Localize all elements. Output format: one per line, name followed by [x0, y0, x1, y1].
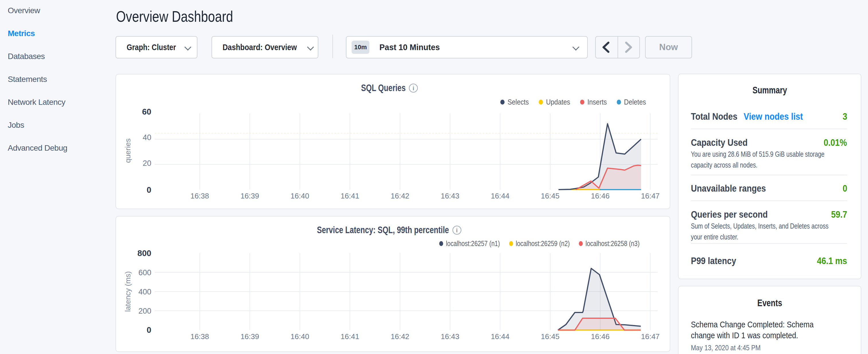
svg-text:16:41: 16:41 [341, 192, 359, 200]
svg-text:16:42: 16:42 [391, 332, 409, 341]
svg-text:16:47: 16:47 [641, 332, 660, 341]
svg-text:16:42: 16:42 [391, 192, 409, 200]
svg-text:16:40: 16:40 [290, 332, 309, 341]
svg-text:latency (ms): latency (ms) [124, 271, 132, 312]
svg-text:600: 600 [138, 268, 151, 277]
svg-text:16:44: 16:44 [491, 192, 509, 200]
svg-text:400: 400 [138, 288, 151, 296]
svg-text:16:44: 16:44 [491, 332, 509, 341]
svg-text:20: 20 [143, 159, 151, 167]
svg-text:16:38: 16:38 [190, 192, 209, 200]
svg-text:16:41: 16:41 [341, 332, 359, 341]
svg-text:16:45: 16:45 [541, 192, 559, 200]
svg-text:16:47: 16:47 [641, 192, 660, 200]
svg-text:16:46: 16:46 [591, 192, 610, 200]
svg-text:60: 60 [142, 107, 151, 116]
svg-text:16:43: 16:43 [441, 332, 459, 341]
svg-text:16:45: 16:45 [541, 332, 559, 341]
svg-text:16:39: 16:39 [241, 192, 259, 200]
svg-text:16:40: 16:40 [290, 192, 309, 200]
svg-text:200: 200 [138, 307, 151, 315]
svg-text:16:39: 16:39 [241, 332, 259, 341]
svg-text:16:38: 16:38 [190, 332, 209, 341]
svg-text:40: 40 [143, 133, 151, 142]
svg-text:16:43: 16:43 [441, 192, 459, 200]
svg-text:0: 0 [147, 325, 151, 334]
svg-text:queries: queries [124, 138, 132, 163]
svg-text:0: 0 [147, 185, 151, 194]
svg-text:16:46: 16:46 [591, 332, 610, 341]
svg-text:800: 800 [137, 249, 151, 258]
